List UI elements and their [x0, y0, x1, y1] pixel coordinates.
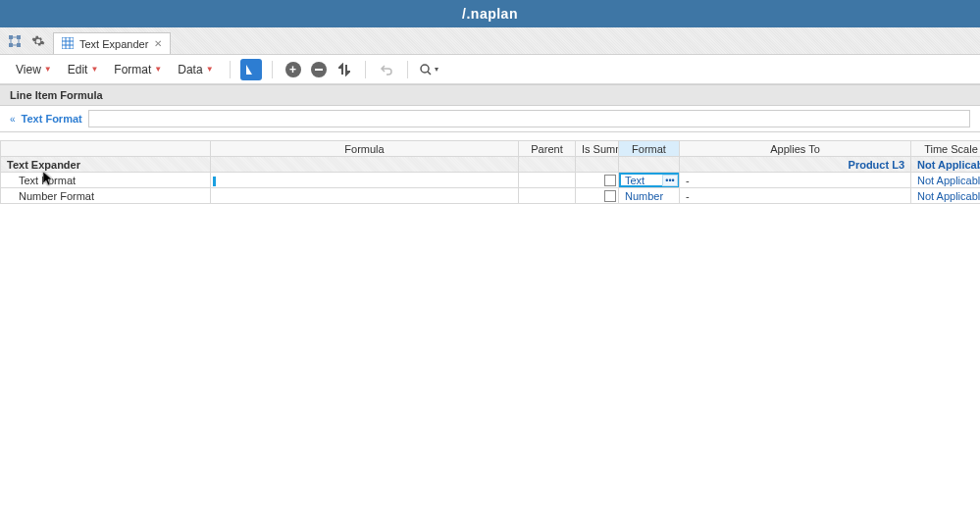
search-button[interactable]: ▾: [418, 59, 439, 80]
chevron-down-icon: ▼: [154, 65, 162, 74]
lineitem-name[interactable]: Text Format: [1, 173, 211, 188]
module-row[interactable]: Text ExpanderProduct L3Not Applicable: [1, 157, 981, 173]
grid-body: Text ExpanderProduct L3Not ApplicableTex…: [1, 157, 981, 204]
gear-icon[interactable]: [29, 32, 47, 50]
remove-button[interactable]: [308, 59, 330, 80]
collapse-icon[interactable]: «: [10, 114, 16, 125]
filter-row: « Text Format: [0, 106, 980, 132]
menu-format[interactable]: Format▼: [108, 59, 168, 80]
svg-rect-1: [17, 35, 21, 39]
chevron-down-icon: ▼: [90, 65, 98, 74]
cell-timescale[interactable]: Not Applicable: [911, 173, 981, 188]
menu-data[interactable]: Data▼: [172, 59, 219, 80]
svg-point-9: [421, 65, 429, 73]
cell-summary[interactable]: [576, 173, 619, 188]
svg-rect-2: [9, 43, 13, 47]
cell-format[interactable]: Text•••: [619, 173, 680, 188]
col-summary[interactable]: Is Summary: [576, 141, 619, 157]
cell-timescale[interactable]: Not Applicable: [911, 188, 981, 204]
cell-appliesto[interactable]: -: [680, 188, 911, 204]
cell-formula[interactable]: [211, 157, 519, 173]
reorder-button[interactable]: [334, 59, 355, 80]
close-icon[interactable]: ✕: [154, 38, 162, 49]
module-tab[interactable]: Text Expander ✕: [53, 32, 171, 54]
cell-summary[interactable]: [576, 188, 619, 204]
app-logo: /.naplan: [462, 6, 518, 22]
cell-formula[interactable]: [211, 188, 519, 204]
col-timescale[interactable]: Time Scale: [911, 141, 981, 157]
chevron-down-icon: ▼: [206, 65, 214, 74]
blueprint-grid: Formula Parent Is Summary Format Applies…: [0, 140, 980, 204]
separator: [407, 61, 408, 78]
separator: [272, 61, 273, 78]
undo-button[interactable]: [376, 59, 397, 80]
filter-input[interactable]: [88, 110, 970, 127]
svg-rect-3: [17, 43, 21, 47]
section-header: Line Item Formula: [0, 84, 980, 106]
blueprint-toggle-button[interactable]: [240, 59, 262, 80]
row-cursor-indicator: [213, 177, 216, 186]
cell-summary[interactable]: [576, 157, 619, 173]
module-name[interactable]: Text Expander: [1, 157, 211, 173]
cell-parent[interactable]: [519, 157, 576, 173]
filter-label[interactable]: Text Format: [22, 113, 82, 125]
summary-checkbox[interactable]: [604, 175, 616, 186]
format-picker-button[interactable]: •••: [662, 175, 678, 186]
cell-formula[interactable]: [211, 173, 519, 188]
tab-bar: Text Expander ✕: [0, 27, 980, 55]
cell-format[interactable]: [619, 157, 680, 173]
separator: [230, 61, 231, 78]
module-timescale[interactable]: Not Applicable: [911, 157, 981, 173]
col-parent[interactable]: Parent: [519, 141, 576, 157]
module-grid-icon: [62, 37, 74, 51]
lineitem-row[interactable]: Number FormatNumber-Not Applicable: [1, 188, 981, 204]
cell-parent[interactable]: [519, 188, 576, 204]
app-header: /.naplan: [0, 0, 980, 27]
lineitem-name[interactable]: Number Format: [1, 188, 211, 204]
col-format[interactable]: Format: [619, 141, 680, 157]
svg-rect-4: [62, 37, 74, 49]
toolbar: View▼ Edit▼ Format▼ Data▼ + ▾: [0, 55, 980, 84]
col-formula[interactable]: Formula: [211, 141, 519, 157]
svg-rect-0: [9, 35, 13, 39]
col-appliesto[interactable]: Applies To: [680, 141, 911, 157]
lineitem-row[interactable]: Text FormatText•••-Not Applicable: [1, 173, 981, 188]
hierarchy-icon[interactable]: [6, 32, 24, 50]
chevron-down-icon: ▾: [435, 65, 438, 74]
cell-parent[interactable]: [519, 173, 576, 188]
add-button[interactable]: +: [283, 59, 304, 80]
svg-line-10: [428, 72, 431, 75]
separator: [365, 61, 366, 78]
menu-view[interactable]: View▼: [10, 59, 58, 80]
col-lineitems[interactable]: [1, 141, 211, 157]
summary-checkbox[interactable]: [604, 190, 616, 202]
cell-format[interactable]: Number: [619, 188, 680, 204]
chevron-down-icon: ▼: [44, 65, 52, 74]
module-appliesto[interactable]: Product L3: [680, 157, 911, 173]
cell-appliesto[interactable]: -: [680, 173, 911, 188]
menu-edit[interactable]: Edit▼: [62, 59, 105, 80]
module-tab-label: Text Expander: [79, 38, 148, 50]
